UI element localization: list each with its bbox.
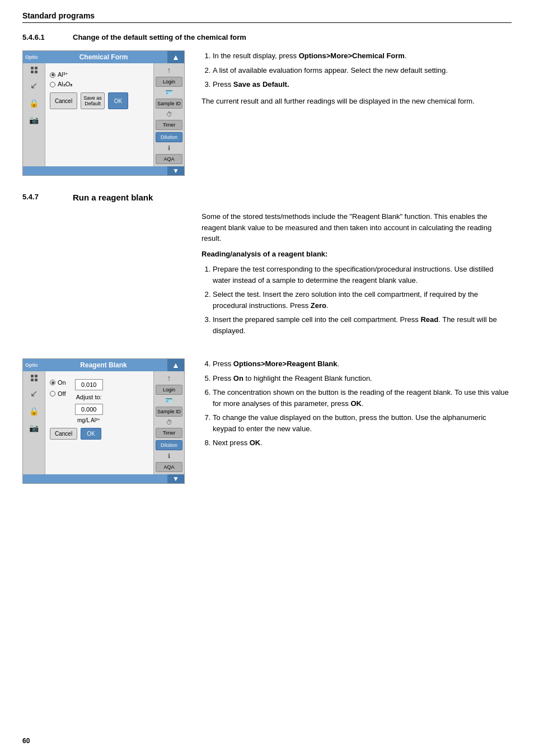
top-arrow-up-reagent: ▲: [167, 359, 184, 371]
adjust-to-label: Adjust to:: [76, 394, 102, 400]
device-body-reagent: ↙ 🔒 📷 On Off: [23, 371, 184, 474]
subsection-546-number: 5.4.6.1: [22, 33, 62, 41]
instruction-546-step1: In the result display, press Options>Mor…: [213, 50, 512, 62]
sidebar-aqa-icon-chemical: ℹ: [168, 144, 170, 152]
instruction-546-step3-bold: Save as Default.: [233, 80, 289, 88]
sidebar-dilution-reagent[interactable]: Dilution: [156, 440, 182, 450]
radio-on-label: On: [58, 379, 66, 386]
device-main-reagent: On Off 0.010 Adjust to: 0.000 mg/L Al³⁺: [45, 371, 153, 474]
on-off-group: On Off: [50, 379, 66, 399]
subsection-546-title: Change of the default setting of the che…: [73, 33, 246, 41]
reagent-blank-intro: Some of the stored tests/methods include…: [202, 211, 512, 244]
device-body-chemical: ↙ 🔒 📷 Al³⁺ Al₂O₃: [23, 63, 184, 166]
reagent-unit: mg/L Al³⁺: [77, 417, 100, 423]
instructions-546-list: In the result display, press Options>Mor…: [202, 50, 512, 90]
radio-on-item: On: [50, 379, 66, 386]
device-top-bar-chemical: Optic Chemical Form ▲: [23, 51, 184, 63]
icon-camera-reagent: 📷: [29, 423, 39, 432]
sidebar-aqa-reagent[interactable]: AQA: [156, 462, 182, 472]
optic-label-reagent: Optic: [25, 362, 38, 368]
instructions-547-list: Prepare the test corresponding to the sp…: [202, 264, 512, 336]
optic-label-chemical: Optic: [25, 54, 38, 60]
icon-grid-chemical: [31, 66, 38, 74]
bottom-arrow-down-chemical: ▼: [167, 166, 184, 175]
radio-al3-item: Al³⁺: [50, 71, 149, 78]
left-icons-reagent: ↙ 🔒 📷: [23, 371, 45, 474]
instruction-547-step2: Select the test. Insert the zero solutio…: [213, 289, 512, 311]
icon-dots-reagent: [31, 375, 38, 381]
icon-grid-reagent: [31, 374, 38, 382]
icon-camera-chemical: 📷: [29, 115, 39, 124]
radio-off-item: Off: [50, 390, 66, 397]
icon-diagonal-chemical: ↙: [30, 80, 38, 91]
reagent-ok-button[interactable]: OK: [81, 428, 101, 440]
sidebar-dilution-chemical[interactable]: Dilution: [156, 132, 182, 142]
icon-lock-chemical: 🔒: [29, 99, 39, 108]
sidebar-timer-icon-reagent: ⏱: [166, 419, 172, 426]
radio-off-label: Off: [58, 390, 65, 397]
bottom-arrow-down-reagent: ▼: [167, 474, 184, 483]
sidebar-aqa-icon-reagent: ℹ: [168, 452, 170, 460]
instructions-547-continued: Press Options>More>Reagent Blank. Press …: [202, 358, 512, 454]
subsection-547-number: 5.4.7: [22, 193, 62, 202]
section-title: Standard programs: [22, 11, 512, 23]
sidebar-arrow-up-reagent: ↑: [167, 374, 171, 382]
instruction-547-step3-bold: Read: [420, 315, 438, 324]
radio-al3-filled: [51, 73, 54, 76]
chemical-cancel-button[interactable]: Cancel: [50, 92, 77, 109]
sidebar-aqa-chemical[interactable]: AQA: [156, 154, 182, 164]
instruction-547-step4-bold: Options>More>Reagent Blank: [233, 360, 338, 368]
instruction-547-step2-bold: Zero: [311, 301, 326, 310]
value-group: 0.010 Adjust to: 0.000 mg/L Al³⁺: [75, 379, 103, 423]
radio-al2o3-circle: [50, 82, 55, 87]
device-top-bar-reagent: Optic Reagent Blank ▲: [23, 359, 184, 371]
right-sidebar-reagent: ↑ Login 🪪 Sample ID ⏱ Timer Dilution ℹ A…: [153, 371, 184, 474]
reagent-blank-buttons: Cancel OK: [50, 428, 149, 440]
sidebar-timer-reagent[interactable]: Timer: [156, 428, 182, 438]
instruction-547-step5: Press On to highlight the Reagent Blank …: [213, 373, 512, 384]
sidebar-login-reagent[interactable]: Login: [156, 385, 182, 395]
device-bottom-bar-chemical: ▼: [23, 166, 184, 175]
right-sidebar-chemical: ↑ Login 🪪 Sample ID ⏱ Timer Dilution ℹ A…: [153, 63, 184, 166]
radio-on-circle: [50, 380, 55, 385]
radio-off-circle: [50, 391, 55, 396]
instructions-546: In the result display, press Options>Mor…: [202, 50, 512, 176]
sidebar-login-chemical[interactable]: Login: [156, 77, 182, 87]
section-546-content: Optic Chemical Form ▲ ↙ 🔒 📷: [22, 50, 512, 176]
section-547-second-row: Optic Reagent Blank ▲ ↙ 🔒 📷: [22, 358, 512, 484]
chemical-ok-button[interactable]: OK: [108, 92, 128, 109]
reagent-cancel-button[interactable]: Cancel: [50, 428, 77, 440]
page-number: 60: [22, 737, 30, 745]
icon-lock-reagent: 🔒: [29, 407, 39, 416]
instruction-547-step8-bold: OK: [250, 438, 261, 447]
reagent-blank-dialog-title: Reagent Blank: [80, 361, 127, 369]
subsection-547-title-row: 5.4.7 Run a reagent blank: [22, 193, 512, 202]
radio-al2o3-item: Al₂O₃: [50, 81, 149, 88]
adjust-value[interactable]: 0.000: [75, 404, 103, 415]
subsection-546-header: 5.4.6.1 Change of the default setting of…: [22, 33, 512, 41]
top-arrow-up-chemical: ▲: [167, 51, 184, 63]
instruction-547-step7: To change the value displayed on the but…: [213, 412, 512, 434]
instruction-547-step1: Prepare the test corresponding to the sp…: [213, 264, 512, 286]
radio-al3-circle: [50, 72, 55, 78]
section-547-content: Some of the stored tests/methods include…: [22, 211, 512, 342]
subsection-547-title: Run a reagent blank: [73, 193, 153, 202]
instruction-547-step8: Next press OK.: [213, 437, 512, 449]
reagent-blank-value[interactable]: 0.010: [75, 379, 103, 390]
chemical-form-screenshot: Optic Chemical Form ▲ ↙ 🔒 📷: [22, 50, 185, 176]
instruction-547-step4: Press Options>More>Reagent Blank.: [213, 358, 512, 370]
subsection-547-header: 5.4.7 Run a reagent blank: [22, 193, 512, 202]
icon-dots-chemical: [31, 67, 38, 73]
sidebar-arrow-up-chemical: ↑: [167, 66, 171, 74]
instructions-547-list-continued: Press Options>More>Reagent Blank. Press …: [202, 358, 512, 449]
sidebar-sample-id-reagent[interactable]: Sample ID: [156, 407, 182, 417]
radio-al3-label: Al³⁺: [58, 71, 68, 78]
sidebar-sample-id-chemical[interactable]: Sample ID: [156, 99, 182, 109]
icon-diagonal-reagent: ↙: [30, 388, 38, 399]
sidebar-id-icon-chemical: 🪪: [165, 89, 173, 96]
device-bottom-bar-reagent: ▼: [23, 474, 184, 483]
radio-group-reagent: On Off 0.010 Adjust to: 0.000 mg/L Al³⁺: [50, 379, 149, 423]
chemical-save-default-button[interactable]: Save asDefault: [81, 92, 105, 109]
instruction-547-step6: The concentration shown on the button is…: [213, 387, 512, 409]
sidebar-timer-chemical[interactable]: Timer: [156, 120, 182, 130]
